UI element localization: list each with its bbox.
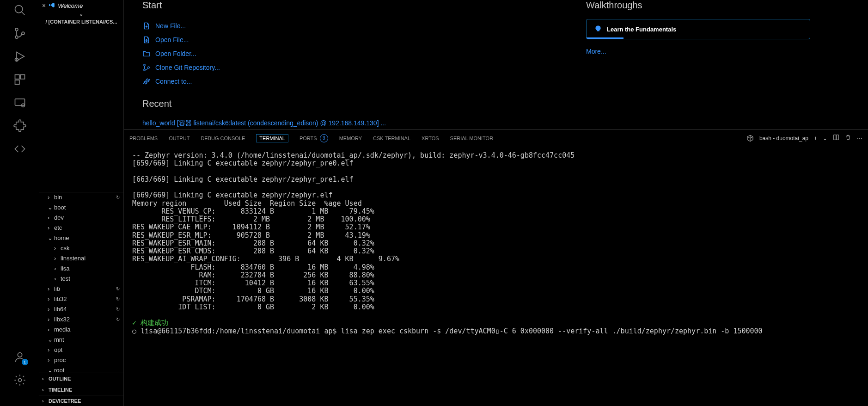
tree-label: dev: [54, 214, 64, 221]
account-icon[interactable]: 1: [13, 351, 26, 363]
tab-label: Welcome: [58, 2, 83, 9]
walk-label: Learn the Fundamentals: [607, 26, 676, 33]
tree-item-mnt[interactable]: ⌄mnt: [39, 335, 123, 345]
panel-tab-output[interactable]: OUTPUT: [169, 135, 189, 141]
close-icon[interactable]: ×: [42, 2, 46, 9]
panel: PROBLEMSOUTPUTDEBUG CONSOLETERMINALPORTS…: [124, 129, 868, 406]
chevron-icon: ›: [48, 285, 53, 292]
file-tree: ›bin↻⌄boot›dev›etc⌄home›csk›linsstenai›l…: [39, 192, 123, 373]
tree-item-home[interactable]: ⌄home: [39, 233, 123, 243]
folder-icon: [142, 49, 151, 58]
source-control-icon[interactable]: [13, 27, 26, 40]
panel-tab-debug-console[interactable]: DEBUG CONSOLE: [201, 135, 245, 141]
tree-item-root[interactable]: ⌄root: [39, 365, 123, 373]
panel-toolbar: bash - duomotai_ap + ⌄ ⋯: [746, 134, 862, 142]
tree-label: boot: [54, 204, 66, 211]
new-file-icon: [142, 22, 151, 30]
more-icon[interactable]: ⋯: [857, 135, 862, 141]
start-connect[interactable]: Connect to...: [142, 74, 392, 88]
walkthrough-card[interactable]: Learn the Fundamentals: [586, 19, 810, 39]
start-folder[interactable]: Open Folder...: [142, 47, 392, 61]
chevron-right-icon: ›: [42, 376, 47, 381]
split-icon[interactable]: [833, 134, 839, 142]
git-icon: [142, 63, 151, 72]
search-icon[interactable]: [13, 4, 26, 17]
link-label: New File...: [155, 22, 186, 30]
refresh-icon: ↻: [116, 195, 120, 200]
tree-item-libx32[interactable]: ›libx32↻: [39, 314, 123, 325]
tree-item-csk[interactable]: ›csk: [39, 243, 123, 253]
tree-item-proc[interactable]: ›proc: [39, 355, 123, 365]
refresh-icon: ↻: [116, 317, 120, 322]
ports-badge: 3: [320, 134, 328, 142]
tree-label: etc: [54, 224, 62, 231]
chevron-icon: ›: [54, 275, 60, 282]
tree-item-media[interactable]: ›media: [39, 325, 123, 335]
chevron-icon: ⌄: [48, 204, 53, 211]
svg-point-12: [18, 379, 21, 382]
svg-rect-19: [837, 135, 839, 140]
svg-rect-7: [20, 75, 24, 79]
panel-tab-ports[interactable]: PORTS3: [300, 134, 328, 142]
chevron-icon: ⌄: [48, 336, 53, 343]
terminal-output[interactable]: -- Zephyr version: 3.4.0 (/home/linssten…: [124, 146, 868, 406]
start-new-file[interactable]: New File...: [142, 19, 392, 33]
start-open-file[interactable]: Open File...: [142, 33, 392, 47]
svg-point-3: [15, 36, 18, 38]
more-link[interactable]: More...: [586, 48, 810, 55]
svg-line-1: [21, 12, 24, 15]
remote-icon[interactable]: [13, 96, 26, 109]
panel-tab-terminal[interactable]: TERMINAL: [256, 134, 288, 142]
tree-label: lib: [54, 285, 60, 292]
outline-section[interactable]: ›OUTLINE: [39, 373, 123, 384]
refresh-icon: ↻: [116, 286, 120, 291]
puzzle-icon[interactable]: [13, 119, 26, 132]
walk-heading: Walkthroughs: [586, 0, 810, 11]
extensions-icon[interactable]: [13, 73, 26, 86]
tree-item-boot[interactable]: ⌄boot: [39, 203, 123, 213]
tree-label: test: [61, 275, 70, 282]
panel-tab-memory[interactable]: MEMORY: [339, 135, 362, 141]
tree-item-opt[interactable]: ›opt: [39, 345, 123, 355]
tree-item-bin[interactable]: ›bin↻: [39, 192, 123, 203]
tree-item-lib32[interactable]: ›lib32↻: [39, 294, 123, 304]
panel-tab-serial-monitor[interactable]: SERIAL MONITOR: [450, 135, 494, 141]
timeline-section[interactable]: ›TIMELINE: [39, 384, 123, 395]
tree-item-test[interactable]: ›test: [39, 274, 123, 284]
chevron-icon: ›: [48, 357, 53, 363]
run-debug-icon[interactable]: [13, 50, 26, 63]
svg-point-11: [18, 353, 22, 357]
svg-rect-9: [15, 99, 24, 105]
tree-label: linsstenai: [61, 255, 86, 262]
tree-label: media: [54, 326, 70, 333]
devicetree-section[interactable]: ›DEVICETREE: [39, 395, 123, 406]
panel-tab-csk-terminal[interactable]: CSK TERMINAL: [373, 135, 410, 141]
settings-icon[interactable]: [13, 374, 26, 387]
svg-point-16: [144, 69, 146, 71]
shell-label[interactable]: bash - duomotai_ap: [759, 135, 808, 141]
timeline-label: TIMELINE: [49, 387, 72, 393]
panel-tab-problems[interactable]: PROBLEMS: [129, 135, 158, 141]
tree-item-lib[interactable]: ›lib↻: [39, 284, 123, 294]
panel-tabs: PROBLEMSOUTPUTDEBUG CONSOLETERMINALPORTS…: [124, 130, 868, 146]
tree-item-lib64[interactable]: ›lib64↻: [39, 304, 123, 314]
tree-item-lisa[interactable]: ›lisa: [39, 264, 123, 274]
code-icon[interactable]: [13, 142, 26, 155]
explorer-root[interactable]: ⌄ / [CONTAINER LISTENAI/CS...: [39, 11, 123, 192]
panel-tab-xrtos[interactable]: XRTOS: [422, 135, 439, 141]
chevron-down-icon: ⌄: [79, 11, 84, 17]
recent-item[interactable]: hello_world [容器 listenai/csk6:latest (co…: [142, 117, 392, 129]
tree-item-linsstenai[interactable]: ›linsstenai: [39, 253, 123, 264]
tree-item-etc[interactable]: ›etc: [39, 223, 123, 233]
start-git[interactable]: Clone Git Repository...: [142, 61, 392, 74]
trash-icon[interactable]: [845, 134, 851, 142]
chevron-icon: ›: [54, 265, 60, 272]
chevron-down-icon[interactable]: ⌄: [823, 135, 827, 141]
svg-rect-6: [15, 75, 19, 79]
tree-label: mnt: [54, 336, 64, 343]
tree-item-dev[interactable]: ›dev: [39, 213, 123, 223]
prompt-line: ○ lisa@661157b36fdd:/home/linsstenai/duo…: [132, 327, 763, 335]
chevron-right-icon: ›: [42, 387, 47, 393]
editor-tab[interactable]: × Welcome: [39, 0, 123, 11]
add-terminal-icon[interactable]: +: [814, 135, 817, 141]
